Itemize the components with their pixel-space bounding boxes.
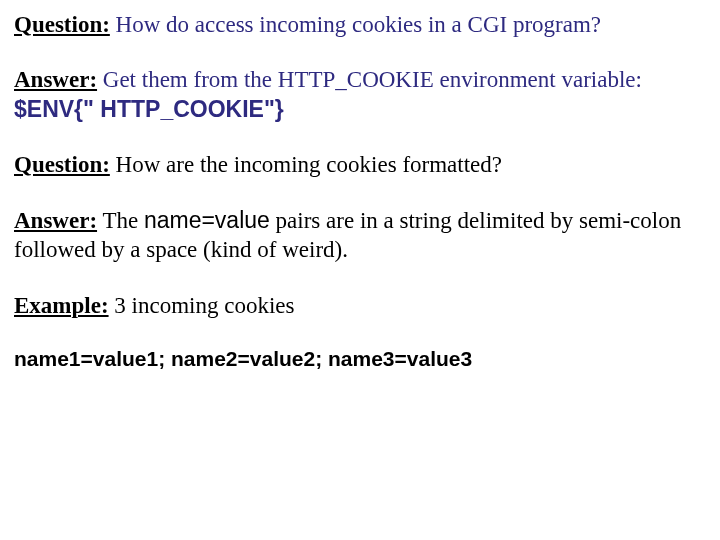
answer-2-label: Answer: xyxy=(14,208,97,233)
answer-1-text: Get them from the HTTP_COOKIE environmen… xyxy=(97,67,642,92)
answer-1-code: $ENV{" HTTP_COOKIE"} xyxy=(14,96,284,122)
example-text: 3 incoming cookies xyxy=(109,293,295,318)
slide: Question: How do access incoming cookies… xyxy=(0,0,720,373)
question-2: Question: How are the incoming cookies f… xyxy=(14,150,702,179)
question-2-text: How are the incoming cookies formatted? xyxy=(110,152,502,177)
example: Example: 3 incoming cookies xyxy=(14,291,702,320)
question-1-text: How do access incoming cookies in a CGI … xyxy=(110,12,601,37)
answer-2-text-before: The xyxy=(97,208,144,233)
example-label: Example: xyxy=(14,293,109,318)
question-1: Question: How do access incoming cookies… xyxy=(14,10,702,39)
answer-1: Answer: Get them from the HTTP_COOKIE en… xyxy=(14,65,702,124)
example-code-line: name1=value1; name2=value2; name3=value3 xyxy=(14,346,702,373)
answer-1-label: Answer: xyxy=(14,67,97,92)
answer-2: Answer: The name=value pairs are in a st… xyxy=(14,206,702,265)
answer-2-code: name=value xyxy=(144,207,270,233)
question-1-label: Question: xyxy=(14,12,110,37)
question-2-label: Question: xyxy=(14,152,110,177)
